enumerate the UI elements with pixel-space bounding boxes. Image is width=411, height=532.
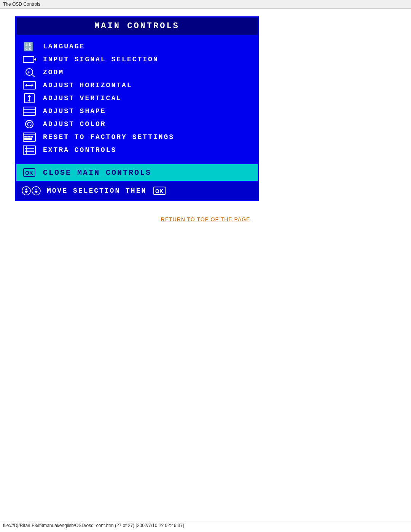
language-icon: 🔡 xyxy=(22,41,38,52)
language-label: LANGUAGE xyxy=(43,43,85,50)
menu-item-zoom[interactable]: + ZOOM xyxy=(22,66,252,79)
adjust-shape-icon xyxy=(22,106,38,117)
page-footer: file:///D|/Rita/LF3/lf3manual/english/OS… xyxy=(0,521,411,528)
svg-marker-12 xyxy=(28,95,31,97)
menu-item-input-signal[interactable]: INPUT SIGNAL SELECTION xyxy=(22,53,252,66)
menu-item-adjust-color[interactable]: ADJUST COLOR xyxy=(22,118,252,131)
input-signal-icon xyxy=(22,54,38,65)
svg-marker-37 xyxy=(35,191,38,193)
input-signal-label: INPUT SIGNAL SELECTION xyxy=(43,56,159,63)
svg-rect-24 xyxy=(24,138,32,140)
extra-controls-icon xyxy=(22,145,38,155)
osd-title-bar: MAIN CONTROLS xyxy=(16,18,258,35)
return-link-container: RETURN TO TOP OF THE PAGE xyxy=(11,216,400,222)
svg-point-32 xyxy=(22,187,30,195)
menu-item-language[interactable]: 🔡 LANGUAGE xyxy=(22,40,252,53)
adjust-vertical-label: ADJUST VERTICAL xyxy=(43,94,122,102)
adjust-shape-label: ADJUST SHAPE xyxy=(43,107,106,115)
bottom-instruction-label: MOVE SELECTION THEN xyxy=(47,187,147,195)
footer-text: file:///D|/Rita/LF3/lf3manual/english/OS… xyxy=(3,523,184,528)
svg-text:+: + xyxy=(27,70,30,75)
navigation-icons xyxy=(22,185,41,196)
ok-icon-bottom: OK xyxy=(152,185,168,196)
svg-marker-34 xyxy=(25,191,28,193)
browser-title-bar: The OSD Controls xyxy=(0,0,411,9)
svg-rect-23 xyxy=(30,136,33,137)
svg-rect-14 xyxy=(23,107,35,115)
menu-item-adjust-horizontal[interactable]: ADJUST HORIZONTAL xyxy=(22,79,252,92)
svg-marker-36 xyxy=(35,188,38,190)
adjust-color-label: ADJUST COLOR xyxy=(43,120,106,128)
svg-text:OK: OK xyxy=(25,170,33,176)
reset-icon xyxy=(22,132,38,142)
svg-marker-13 xyxy=(28,100,31,102)
svg-point-35 xyxy=(32,187,40,195)
menu-item-adjust-vertical[interactable]: ADJUST VERTICAL xyxy=(22,92,252,105)
page-content: MAIN CONTROLS 🔡 LANGUAGE xyxy=(0,9,411,230)
svg-marker-8 xyxy=(25,84,27,87)
osd-title: MAIN CONTROLS xyxy=(94,21,180,31)
ok-icon-close: OK xyxy=(22,167,38,178)
close-label: CLOSE MAIN CONTROLS xyxy=(43,168,151,177)
osd-panel: MAIN CONTROLS 🔡 LANGUAGE xyxy=(15,16,259,201)
return-to-top-link[interactable]: RETURN TO TOP OF THE PAGE xyxy=(161,216,250,222)
svg-rect-22 xyxy=(27,136,30,137)
close-row[interactable]: OK CLOSE MAIN CONTROLS xyxy=(16,164,258,181)
svg-marker-9 xyxy=(32,84,33,87)
adjust-color-icon xyxy=(22,119,38,129)
bottom-row: MOVE SELECTION THEN OK xyxy=(16,181,258,200)
menu-item-reset[interactable]: RESET TO FACTORY SETTINGS xyxy=(22,131,252,144)
adjust-horizontal-label: ADJUST HORIZONTAL xyxy=(43,81,132,89)
osd-menu-area: 🔡 LANGUAGE INPUT SIGNAL SELECTION xyxy=(16,35,258,161)
svg-text:OK: OK xyxy=(155,188,163,194)
extra-controls-label: EXTRA CONTROLS xyxy=(43,146,116,154)
svg-text:🔡: 🔡 xyxy=(23,42,34,52)
browser-title-text: The OSD Controls xyxy=(3,2,40,7)
svg-rect-21 xyxy=(24,136,27,137)
svg-line-4 xyxy=(32,74,35,77)
menu-item-extra-controls[interactable]: EXTRA CONTROLS xyxy=(22,144,252,157)
adjust-horizontal-icon xyxy=(22,80,38,91)
zoom-label: ZOOM xyxy=(43,69,64,76)
svg-point-17 xyxy=(25,120,33,128)
menu-item-adjust-shape[interactable]: ADJUST SHAPE xyxy=(22,105,252,118)
zoom-icon: + xyxy=(22,67,38,78)
svg-point-18 xyxy=(27,122,31,126)
svg-rect-1 xyxy=(23,56,34,62)
adjust-vertical-icon xyxy=(22,93,38,104)
svg-marker-33 xyxy=(25,188,28,190)
reset-label: RESET TO FACTORY SETTINGS xyxy=(43,133,174,141)
